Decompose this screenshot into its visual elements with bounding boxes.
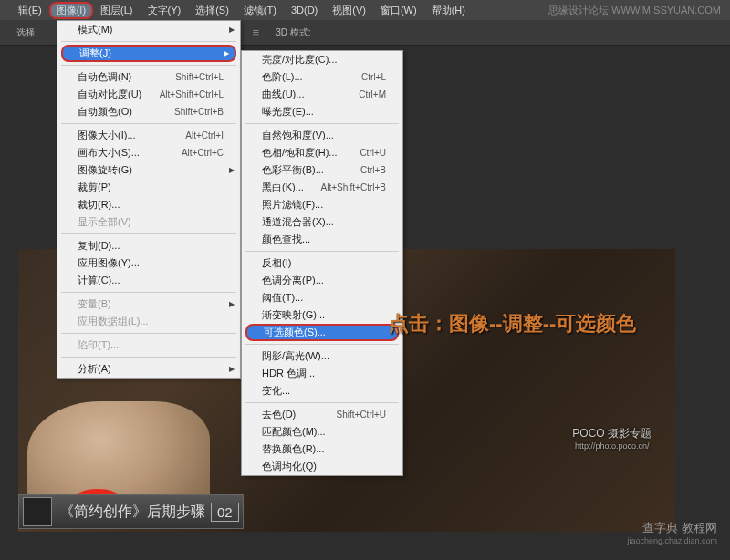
watermark-top: 思缘设计论坛 WWW.MISSYUAN.COM	[548, 4, 721, 17]
watermark-poco: POCO 摄影专题 http://photo.poco.cn/	[572, 426, 652, 451]
menu-item[interactable]: 渐变映射(G)...	[242, 306, 402, 324]
menu-item[interactable]: 图像大小(I)...Alt+Ctrl+I	[57, 127, 240, 144]
menu-item[interactable]: 计算(C)...	[57, 272, 240, 289]
watermark-url: jiaocheng.chazidian.com	[627, 536, 717, 545]
menu-item[interactable]: 曲线(U)...Ctrl+M	[242, 86, 402, 103]
menubar-item[interactable]: 视图(V)	[325, 2, 373, 19]
menubar-item[interactable]: 图层(L)	[93, 2, 140, 19]
adjustments-submenu: 亮度/对比度(C)...色阶(L)...Ctrl+L曲线(U)...Ctrl+M…	[241, 50, 403, 476]
menu-item[interactable]: 曝光度(E)...	[242, 103, 402, 120]
menu-item[interactable]: 图像旋转(G)▶	[57, 161, 240, 179]
menu-item[interactable]: 色彩平衡(B)...Ctrl+B	[242, 161, 402, 179]
menu-item[interactable]: 色调均化(Q)	[242, 458, 402, 475]
menu-item[interactable]: 照片滤镜(F)...	[242, 196, 402, 213]
menu-item[interactable]: 自然饱和度(V)...	[242, 127, 402, 144]
menu-item[interactable]: 黑白(K)...Alt+Shift+Ctrl+B	[242, 179, 402, 196]
menubar-item[interactable]: 窗口(W)	[373, 2, 424, 19]
menu-item: 显示全部(V)	[57, 213, 240, 231]
menu-item[interactable]: 去色(D)Shift+Ctrl+U	[242, 406, 402, 423]
menubar-item[interactable]: 文字(Y)	[141, 2, 189, 19]
menu-item[interactable]: 自动对比度(U)Alt+Shift+Ctrl+L	[57, 86, 240, 103]
menu-item[interactable]: 裁剪(P)	[57, 179, 240, 196]
menu-item[interactable]: 自动颜色(O)Shift+Ctrl+B	[57, 103, 240, 120]
mode-3d-label: 3D 模式:	[276, 26, 310, 39]
menu-item[interactable]: 裁切(R)...	[57, 196, 240, 213]
step-banner: 《简约创作》后期步骤 02	[18, 494, 244, 529]
menu-item[interactable]: 色阶(L)...Ctrl+L	[242, 68, 402, 86]
menu-item[interactable]: 调整(J)▶	[61, 45, 236, 62]
step-title: 《简约创作》后期步骤	[59, 503, 205, 522]
menu-item[interactable]: 反相(I)	[242, 254, 402, 272]
menubar-item[interactable]: 滤镜(T)	[236, 2, 284, 19]
menu-item[interactable]: 应用图像(Y)...	[57, 254, 240, 272]
menu-item[interactable]: 阈值(T)...	[242, 289, 402, 306]
menu-item[interactable]: 色相/饱和度(H)...Ctrl+U	[242, 144, 402, 161]
watermark-bottom-right: 查字典 教程网 jiaocheng.chazidian.com	[627, 520, 717, 545]
step-thumbnail	[23, 497, 52, 526]
menu-item[interactable]: 模式(M)▶	[57, 21, 240, 38]
menu-item[interactable]: 变化...	[242, 382, 402, 399]
menubar-item[interactable]: 图像(I)	[49, 2, 93, 19]
image-menu-dropdown: 模式(M)▶调整(J)▶自动色调(N)Shift+Ctrl+L自动对比度(U)A…	[57, 20, 241, 379]
menu-item: 陷印(T)...	[57, 337, 240, 354]
menubar-item[interactable]: 3D(D)	[284, 3, 325, 17]
menubar-item[interactable]: 选择(S)	[188, 2, 236, 19]
menu-item[interactable]: 匹配颜色(M)...	[242, 423, 402, 441]
menu-item[interactable]: 色调分离(P)...	[242, 272, 402, 289]
menu-item[interactable]: 替换颜色(R)...	[242, 441, 402, 458]
menu-item[interactable]: 亮度/对比度(C)...	[242, 51, 402, 68]
menu-item[interactable]: HDR 色调...	[242, 365, 402, 382]
tool-icon[interactable]: ≡	[253, 26, 260, 39]
tutorial-annotation: 点击：图像--调整--可选颜色	[389, 310, 636, 337]
menu-item[interactable]: 分析(A)▶	[57, 360, 240, 378]
select-label: 选择:	[16, 26, 37, 39]
menu-item[interactable]: 自动色调(N)Shift+Ctrl+L	[57, 68, 240, 86]
watermark-text: POCO 摄影专题	[572, 426, 652, 441]
menu-item[interactable]: 复制(D)...	[57, 237, 240, 254]
watermark-url: http://photo.poco.cn/	[572, 441, 652, 451]
menubar-item[interactable]: 辑(E)	[11, 2, 49, 19]
menu-item[interactable]: 可选颜色(S)...	[245, 324, 399, 341]
menu-item[interactable]: 通道混合器(X)...	[242, 213, 402, 231]
watermark-text: 查字典 教程网	[627, 520, 717, 536]
menubar-item[interactable]: 帮助(H)	[424, 2, 473, 19]
menu-item: 应用数据组(L)...	[57, 313, 240, 330]
menu-item: 变量(B)▶	[57, 296, 240, 313]
menu-item[interactable]: 阴影/高光(W)...	[242, 347, 402, 365]
step-number: 02	[211, 503, 239, 522]
menu-item[interactable]: 画布大小(S)...Alt+Ctrl+C	[57, 144, 240, 161]
menu-item[interactable]: 颜色查找...	[242, 231, 402, 248]
